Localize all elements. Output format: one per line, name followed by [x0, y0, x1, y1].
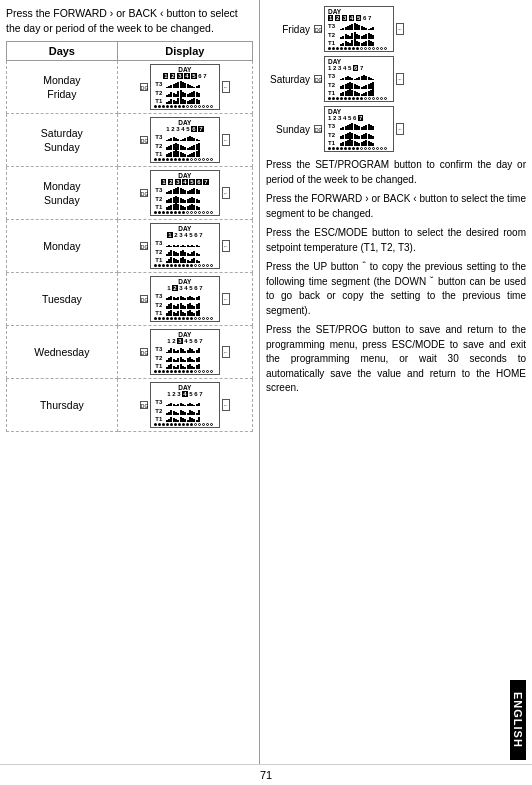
day-label: Wednesday	[7, 326, 118, 379]
instruction-2: Press the FORWARD › or BACK ‹ button to …	[266, 192, 526, 221]
sunday-row: Sunday DG DAY1 2 3 4 5 6 7 T3 T2 T1 ←	[266, 106, 526, 152]
day-label: SaturdaySunday	[7, 114, 118, 167]
display-cell: DG DAY1 2 3 4 5 6 7 T3 T2 T1 ←	[117, 167, 252, 220]
page: Press the FORWARD › or BACK ‹ button to …	[0, 0, 532, 785]
display-cell: DG DAY1 2 3 4 5 6 7 T3 T2 T1 ←	[117, 220, 252, 273]
day-label: Monday	[7, 220, 118, 273]
display-cell: DG DAY1 2 3 4 5 6 7 T3 T2 T1 ←	[117, 273, 252, 326]
instruction-1: Press the SET/PROGRAM button to confirm …	[266, 158, 526, 187]
instruction-4: Press the UP button ˆ to copy the previo…	[266, 260, 526, 318]
left-column: Press the FORWARD › or BACK ‹ button to …	[0, 0, 260, 764]
saturday-row: Saturday DG DAY1 2 3 4 5 6 7 T3 T2 T1 ←	[266, 56, 526, 102]
table-row: MondaySundayDG DAY1 2 3 4 5 6 7 T3 T2 T1…	[7, 167, 253, 220]
right-instructions: Press the SET/PROGRAM button to confirm …	[266, 158, 526, 401]
table-row: ThursdayDG DAY1 2 3 4 5 6 7 T3 T2 T1 ←	[7, 379, 253, 432]
display-cell: DG DAY1 2 3 4 5 6 7 T3 T2 T1 ←	[117, 379, 252, 432]
table-row: MondayFridayDG DAY1 2 3 4 5 6 7 T3 T2 T1…	[7, 61, 253, 114]
friday-row: Friday DG DAY1 2 3 4 5 6 7 T3 T2 T1 ←	[266, 6, 526, 52]
table-row: WednesdayDG DAY1 2 3 4 5 6 7 T3 T2 T1 ←	[7, 326, 253, 379]
saturday-label: Saturday	[266, 74, 310, 85]
table-row: MondayDG DAY1 2 3 4 5 6 7 T3 T2 T1 ←	[7, 220, 253, 273]
day-label: MondaySunday	[7, 167, 118, 220]
friday-display: DG DAY1 2 3 4 5 6 7 T3 T2 T1 ←	[314, 6, 404, 52]
table-row: TuesdayDG DAY1 2 3 4 5 6 7 T3 T2 T1 ←	[7, 273, 253, 326]
day-label: Tuesday	[7, 273, 118, 326]
page-number: 71	[0, 764, 532, 785]
table-row: SaturdaySundayDG DAY1 2 3 4 5 6 7 T3 T2 …	[7, 114, 253, 167]
instruction-3: Press the ESC/MODE button to select the …	[266, 226, 526, 255]
saturday-display: DG DAY1 2 3 4 5 6 7 T3 T2 T1 ←	[314, 56, 404, 102]
friday-label: Friday	[266, 24, 310, 35]
english-badge: ENGLISH	[510, 680, 526, 760]
display-cell: DG DAY1 2 3 4 5 6 7 T3 T2 T1 ←	[117, 114, 252, 167]
day-label: Thursday	[7, 379, 118, 432]
sunday-display: DG DAY1 2 3 4 5 6 7 T3 T2 T1 ←	[314, 106, 404, 152]
days-table: Days Display MondayFridayDG DAY1 2 3 4 5…	[6, 41, 253, 432]
day-label: MondayFriday	[7, 61, 118, 114]
right-column: Friday DG DAY1 2 3 4 5 6 7 T3 T2 T1 ← Sa…	[260, 0, 532, 764]
instruction-5: Press the SET/PROG button to save and re…	[266, 323, 526, 396]
right-top-left: Friday DG DAY1 2 3 4 5 6 7 T3 T2 T1 ← Sa…	[266, 6, 526, 152]
sunday-label: Sunday	[266, 124, 310, 135]
intro-text: Press the FORWARD › or BACK ‹ button to …	[6, 6, 253, 35]
right-top-displays: Friday DG DAY1 2 3 4 5 6 7 T3 T2 T1 ← Sa…	[266, 6, 526, 152]
display-cell: DG DAY1 2 3 4 5 6 7 T3 T2 T1 ←	[117, 61, 252, 114]
col-header-display: Display	[117, 42, 252, 61]
col-header-days: Days	[7, 42, 118, 61]
display-cell: DG DAY1 2 3 4 5 6 7 T3 T2 T1 ←	[117, 326, 252, 379]
main-content: Press the FORWARD › or BACK ‹ button to …	[0, 0, 532, 764]
